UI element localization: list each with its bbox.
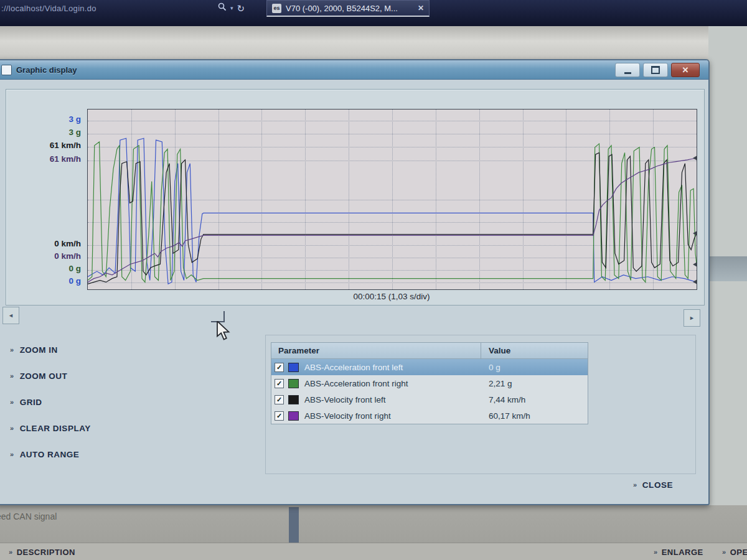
link-bullet-icon: »: [722, 549, 726, 556]
browser-tab[interactable]: es V70 (-00), 2000, B5244S2, M... ✕: [266, 0, 430, 17]
link-bullet-icon: »: [10, 347, 14, 353]
description-label: DESCRIPTION: [17, 548, 75, 557]
series-end-marker-icon: [693, 262, 697, 267]
background-text: eed CAN signal: [0, 511, 57, 521]
series-color-swatch: [288, 411, 299, 421]
parameter-name: ABS-Acceleration front right: [304, 379, 408, 388]
parameter-value: 7,44 km/h: [481, 395, 588, 404]
search-dropdown-caret-icon[interactable]: ▾: [230, 5, 233, 11]
mouse-cursor: [216, 321, 231, 343]
parameter-cell: ✓ABS-Velocity front left: [271, 395, 481, 404]
chart-y-axis: 3 g3 g61 km/h61 km/h0 km/h0 km/h0 g0 g: [6, 109, 83, 289]
series-color-swatch: [288, 395, 299, 404]
scroll-right-icon: ►: [689, 315, 695, 321]
link-bullet-icon: »: [633, 482, 637, 488]
y-axis-label: 61 km/h: [50, 154, 81, 164]
chart-plot-area[interactable]: [87, 109, 697, 290]
parameter-name: ABS-Velocity front left: [304, 395, 386, 404]
series-end-marker-icon: [693, 231, 697, 236]
table-row[interactable]: ✓ABS-Acceleration front left0 g: [271, 359, 588, 375]
enlarge-label: ENLARGE: [662, 548, 703, 557]
window-titlebar[interactable]: Graphic display ✕: [0, 60, 708, 80]
series-end-marker-icon: [693, 279, 697, 284]
parameter-cell: ✓ABS-Velocity front right: [271, 411, 481, 421]
window-close-button[interactable]: ✕: [671, 63, 700, 77]
series-end-marker-icon: [693, 156, 697, 161]
maximize-icon: [651, 66, 660, 74]
minimize-button[interactable]: [615, 63, 640, 77]
button-label: CLEAR DISPLAY: [20, 424, 91, 433]
table-row[interactable]: ✓ABS-Acceleration front right2,21 g: [271, 375, 588, 391]
link-bullet-icon: »: [654, 549, 658, 556]
link-bullet-icon: »: [9, 549, 13, 556]
link-bullet-icon: »: [10, 373, 14, 380]
page-right-margin: [708, 26, 747, 560]
y-axis-label: 0 g: [68, 276, 81, 286]
row-checkbox[interactable]: ✓: [275, 379, 284, 388]
tab-title: V70 (-00), 2000, B5244S2, M...: [286, 4, 398, 13]
parameter-name: ABS-Velocity front right: [304, 411, 391, 421]
y-axis-label: 3 g: [68, 114, 81, 124]
auto-range-button[interactable]: »AUTO RANGE: [10, 450, 91, 459]
close-label: CLOSE: [642, 480, 674, 490]
parameter-name: ABS-Acceleration front left: [304, 363, 403, 372]
chart-series-svg: [88, 110, 697, 289]
series-abs-acceleration-front-left: [88, 138, 697, 284]
search-icon[interactable]: [218, 2, 227, 14]
bottom-toolbar: » DESCRIPTION » ENLARGE » OPE: [0, 543, 747, 560]
refresh-icon[interactable]: ↻: [237, 4, 245, 13]
chart-x-axis-label: 00:00:15 (1,03 s/div): [87, 292, 696, 301]
options-label: OPE: [730, 548, 747, 557]
zoom-in-button[interactable]: »ZOOM IN: [10, 345, 91, 355]
row-checkbox[interactable]: ✓: [275, 411, 284, 421]
table-header: Parameter Value: [271, 343, 588, 359]
tab-close-icon[interactable]: ✕: [418, 4, 424, 12]
button-label: GRID: [20, 398, 42, 407]
enlarge-button[interactable]: » ENLARGE: [654, 548, 703, 557]
page-header-band: Anti-lock Brake System Module (ABS): [0, 26, 747, 59]
column-header-value: Value: [481, 346, 588, 355]
column-header-parameter: Parameter: [271, 343, 481, 358]
row-checkbox[interactable]: ✓: [275, 395, 284, 404]
series-color-swatch: [288, 379, 299, 388]
parameter-cell: ✓ABS-Acceleration front right: [271, 379, 481, 388]
zoom-out-button[interactable]: »ZOOM OUT: [10, 371, 91, 381]
scroll-right-button[interactable]: ►: [684, 309, 700, 327]
parameter-value: 60,17 km/h: [481, 411, 588, 421]
series-abs-velocity-front-right: [88, 158, 697, 282]
y-axis-label: 61 km/h: [50, 141, 81, 150]
chart-panel: 3 g3 g61 km/h61 km/h0 km/h0 km/h0 g0 g 0…: [6, 89, 705, 306]
close-button[interactable]: » CLOSE: [633, 480, 673, 490]
page-right-band: [708, 256, 747, 281]
scroll-left-icon: ◄: [8, 312, 14, 319]
link-bullet-icon: »: [10, 451, 14, 458]
button-label: ZOOM IN: [20, 345, 58, 355]
parameter-panel: Parameter Value ✓ABS-Acceleration front …: [265, 335, 696, 474]
maximize-button[interactable]: [643, 63, 668, 77]
parameter-value: 0 g: [481, 363, 588, 372]
screen: ://localhost/Vida/Login.do ▾ ↻ es V70 (-…: [0, 0, 747, 560]
window-title: Graphic display: [16, 65, 77, 75]
table-row[interactable]: ✓ABS-Velocity front right60,17 km/h: [271, 408, 588, 424]
scroll-left-button[interactable]: ◄: [2, 307, 19, 324]
y-axis-label: 0 g: [68, 264, 81, 273]
link-bullet-icon: »: [10, 425, 14, 432]
description-button[interactable]: » DESCRIPTION: [9, 548, 75, 557]
grid-button[interactable]: »GRID: [10, 398, 91, 407]
y-axis-label: 0 km/h: [54, 239, 81, 248]
series-color-swatch: [288, 363, 299, 372]
graphic-display-icon: [1, 65, 12, 75]
address-bar[interactable]: ://localhost/Vida/Login.do: [1, 4, 96, 13]
button-label: ZOOM OUT: [20, 371, 68, 381]
link-bullet-icon: »: [10, 399, 14, 406]
parameter-value: 2,21 g: [481, 379, 588, 388]
row-checkbox[interactable]: ✓: [275, 363, 284, 372]
options-button-truncated[interactable]: » OPE: [722, 548, 747, 557]
table-row[interactable]: ✓ABS-Velocity front left7,44 km/h: [271, 391, 588, 408]
y-axis-label: 0 km/h: [54, 251, 81, 261]
tab-favicon-icon: es: [272, 4, 281, 13]
chart-controls: »ZOOM IN»ZOOM OUT»GRID»CLEAR DISPLAY»AUT…: [10, 345, 91, 476]
parameter-table: Parameter Value ✓ABS-Acceleration front …: [271, 342, 588, 424]
graphic-display-window: Graphic display ✕ 3 g3 g61 km/h61 km/h0 …: [0, 59, 710, 505]
clear-display-button[interactable]: »CLEAR DISPLAY: [10, 424, 91, 433]
